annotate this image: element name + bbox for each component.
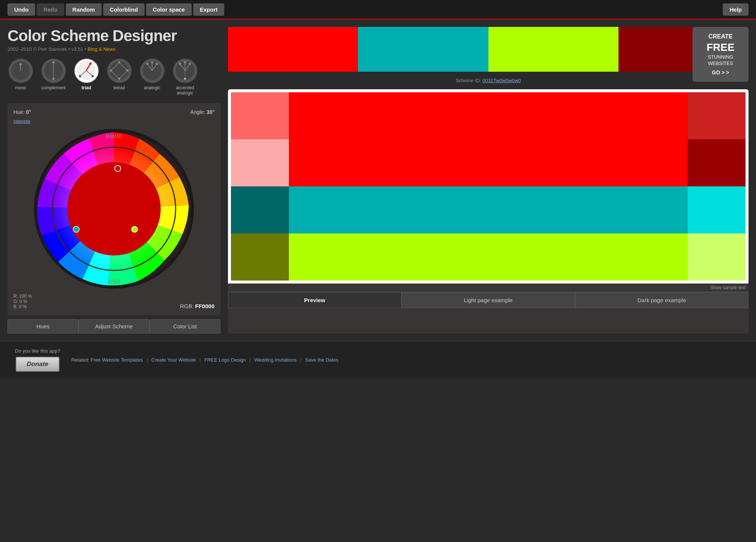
grid-cell-r2c1: [231, 139, 289, 186]
scheme-type-analogic[interactable]: analogic: [139, 59, 165, 90]
main-area: Color Scheme Designer 2002–2010 © Petr S…: [0, 19, 756, 341]
grid-cell-r4c1: [231, 233, 289, 281]
scheme-id-link[interactable]: 0031Tw0w0w0w0: [482, 78, 521, 83]
preview-grid: [228, 89, 749, 284]
export-button[interactable]: Export: [193, 3, 225, 16]
rgb-info: R: 100 % G: 0 % B: 0 %: [13, 294, 32, 309]
wheel-container[interactable]: warm: [34, 128, 194, 289]
undo-button[interactable]: Undo: [7, 3, 35, 16]
right-area: Scheme ID: 0031Tw0w0w0w0 Show sample tex…: [228, 27, 749, 334]
accented-analogic-label: accented analogic: [172, 85, 198, 96]
swatch-red: [228, 27, 358, 72]
grid-cell-r2c3: [688, 139, 746, 186]
grid-cell-r3c3: [688, 186, 746, 233]
tab-dark-page[interactable]: Dark page example: [575, 292, 749, 308]
link-wedding-invitations[interactable]: Wedding Invitations: [254, 357, 297, 363]
app-title: Color Scheme Designer: [7, 27, 220, 45]
color-wheel[interactable]: [34, 128, 194, 289]
swatch-lime: [488, 27, 618, 72]
donate-section: Do you like this app? Donate: [15, 348, 60, 372]
promo-free: FREE: [697, 41, 744, 54]
promo-go[interactable]: GO > >: [697, 69, 744, 76]
link-create-your-website[interactable]: Create Your Website: [151, 357, 196, 363]
complement-label: complement: [41, 85, 65, 90]
triad-label: triad: [81, 85, 91, 90]
show-sample-text[interactable]: Show sample text: [228, 284, 749, 292]
link-free-logo-design[interactable]: FREE Logo Design: [204, 357, 246, 363]
redo-button[interactable]: Redo: [37, 3, 64, 16]
tab-adjust-scheme[interactable]: Adjust Scheme: [78, 319, 149, 334]
link-free-website-templates[interactable]: Free Website Templates: [91, 357, 143, 363]
scheme-type-complement[interactable]: complement: [40, 59, 67, 90]
cold-label: cold: [108, 278, 120, 285]
tab-preview[interactable]: Preview: [228, 292, 401, 308]
rgb-display: RGB: FF0000: [180, 303, 215, 309]
warm-label: warm: [106, 132, 122, 140]
colorspace-button[interactable]: Color space: [146, 3, 192, 16]
preview-panel: Show sample text Preview Light page exam…: [228, 89, 749, 334]
analogic-label: analogic: [144, 85, 161, 90]
swatch-teal: [358, 27, 488, 72]
app-subtitle: 2002–2010 © Petr Stanicek • v3.51 • Blog…: [7, 46, 220, 52]
promo-create: CREATE: [697, 33, 744, 41]
help-button[interactable]: Help: [723, 3, 749, 16]
svg-point-41: [67, 162, 161, 255]
promo-box[interactable]: CREATE FREE STUNNING WEBSITES GO > >: [692, 27, 749, 82]
right-tabs: Preview Light page example Dark page exa…: [228, 292, 749, 308]
svg-point-9: [89, 62, 92, 65]
donate-label: Do you like this app?: [15, 348, 60, 354]
hue-angle-row: Hue: 0° Angle: 30°: [13, 109, 215, 115]
left-panel: Color Scheme Designer 2002–2010 © Petr S…: [7, 27, 220, 334]
accented-analogic-icon: [173, 59, 197, 83]
donate-button[interactable]: Donate: [16, 357, 60, 372]
grid-cell-r3c2: [289, 186, 688, 233]
tetrad-label: tetrad: [114, 85, 125, 90]
grid-cell-r4c2: [289, 233, 688, 281]
rgb-value: FF0000: [195, 303, 215, 309]
tab-color-list[interactable]: Color List: [149, 319, 220, 334]
promo-websites: WEBSITES: [697, 61, 744, 67]
scheme-types: mono complement: [7, 59, 220, 96]
triad-handle-2: [73, 226, 79, 232]
scheme-type-tetrad[interactable]: tetrad: [106, 59, 132, 90]
grid-cell-r1c3: [688, 92, 746, 139]
tab-hues[interactable]: Hues: [7, 319, 78, 334]
related-links: Related: Free Website Templates | Create…: [71, 357, 339, 363]
color-wheel-panel: Hue: 0° Angle: 30° opposite warm: [7, 103, 220, 315]
mono-icon: [9, 59, 33, 83]
topbar: Undo Redo Random Colorblind Color space …: [0, 0, 756, 19]
mono-label: mono: [15, 85, 26, 90]
promo-stunning: STUNNING: [697, 54, 744, 61]
scheme-type-accented-analogic[interactable]: accented analogic: [172, 59, 198, 96]
svg-point-14: [110, 61, 129, 80]
grid-cell-r1c2: [289, 92, 688, 186]
link-save-the-dates[interactable]: Save the Dates: [305, 357, 339, 363]
complement-icon: [41, 59, 66, 83]
scheme-type-triad[interactable]: triad: [73, 59, 99, 90]
tab-light-page[interactable]: Light page example: [401, 292, 575, 308]
analogic-icon: [140, 59, 164, 83]
opposite-link[interactable]: opposite: [13, 119, 215, 124]
tetrad-icon: [107, 59, 132, 83]
random-button[interactable]: Random: [66, 3, 102, 16]
footer: Do you like this app? Donate Related: Fr…: [0, 341, 756, 378]
top-swatches: [228, 27, 749, 72]
hue-display: Hue: 0°: [13, 109, 31, 115]
grid-cell-r4c3: [688, 233, 746, 281]
blog-news-link[interactable]: Blog & News: [88, 46, 115, 52]
grid-cell-r1c1: [231, 92, 289, 139]
colorblind-button[interactable]: Colorblind: [103, 3, 145, 16]
triad-icon: [74, 59, 99, 83]
scheme-type-mono[interactable]: mono: [7, 59, 34, 90]
angle-display: Angle: 30°: [190, 109, 215, 115]
scheme-id-row: Scheme ID: 0031Tw0w0w0w0: [228, 78, 749, 83]
left-tabs: Hues Adjust Scheme Color List: [7, 319, 220, 334]
triad-handle-3: [132, 226, 138, 232]
triad-handle-1: [115, 165, 121, 171]
grid-cell-r3c1: [231, 186, 289, 233]
